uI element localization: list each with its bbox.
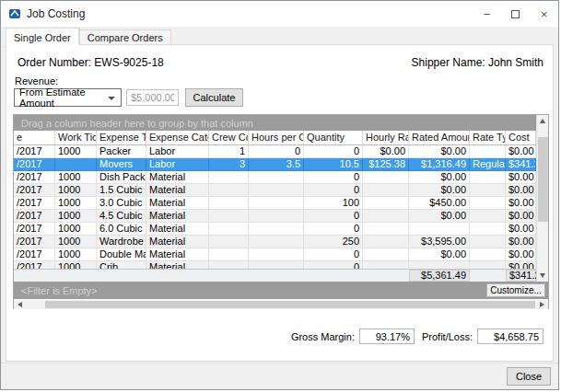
column-header-cost[interactable]: Cost bbox=[506, 131, 536, 144]
cell-quantity: 250 bbox=[304, 236, 363, 248]
cell-hours-per-crew: 0 bbox=[249, 145, 304, 158]
cell-expense-type: Dish Pack bbox=[97, 171, 146, 184]
cell-hourly-rate bbox=[363, 261, 409, 269]
cell-quantity: 10.5 bbox=[304, 158, 363, 171]
cell-rate-type bbox=[470, 261, 506, 269]
cell-hourly-rate bbox=[363, 236, 409, 248]
column-header-work-ticket[interactable]: Work Ticket bbox=[55, 131, 97, 144]
table-row[interactable]: /201710004.5 Cubic FeetMaterial0$0.00$0.… bbox=[14, 210, 536, 223]
table-row[interactable]: /201710006.0 Cubic FeetMaterial0$0.00 bbox=[14, 223, 536, 236]
maximize-button[interactable] bbox=[501, 1, 530, 27]
cell-cost: $0.00 bbox=[506, 184, 536, 197]
scroll-right-icon[interactable] bbox=[540, 302, 544, 307]
close-button[interactable]: × bbox=[530, 1, 558, 27]
revenue-amount-field[interactable] bbox=[126, 89, 179, 106]
scroll-left-icon[interactable] bbox=[18, 302, 22, 307]
summary-empty-cell bbox=[55, 270, 97, 282]
cell-cost: $0.00 bbox=[506, 210, 536, 223]
gross-margin-field[interactable] bbox=[359, 329, 415, 344]
table-row[interactable]: /20171000WardrobeMaterial250$3,595.00$0.… bbox=[14, 236, 536, 248]
cell-cost: $0.00 bbox=[506, 145, 536, 158]
cell-rate-type bbox=[470, 248, 506, 261]
cell-rated-amount: $450.00 bbox=[409, 197, 470, 210]
cell-quantity: 0 bbox=[304, 210, 363, 223]
grid-summary-row: $5,361.49$341.25 bbox=[14, 269, 536, 282]
table-row[interactable]: /20171000PackerLabor100$0.00$0.00$0.00 bbox=[14, 145, 536, 158]
shipper-name-text: Shipper Name: John Smith bbox=[412, 56, 543, 69]
cell-cost: $0.00 bbox=[506, 223, 536, 236]
scroll-up-icon[interactable] bbox=[540, 119, 545, 123]
cell-date: /2017 bbox=[14, 248, 55, 261]
tab-single-order[interactable]: Single Order bbox=[6, 28, 79, 45]
customize-button[interactable]: Customize... bbox=[486, 283, 545, 297]
summary-empty-cell bbox=[209, 270, 249, 282]
group-by-panel[interactable]: Drag a column header here to group by th… bbox=[14, 115, 536, 131]
vertical-scroll-thumb[interactable] bbox=[538, 137, 548, 222]
table-row[interactable]: /20171000CribMaterial0$0.00 bbox=[14, 261, 536, 269]
cell-expense-category: Material bbox=[146, 261, 209, 269]
scroll-down-icon[interactable] bbox=[540, 273, 545, 278]
cell-crew-count bbox=[209, 261, 249, 269]
cell-expense-type: Wardrobe bbox=[97, 236, 146, 248]
tab-compare-orders[interactable]: Compare Orders bbox=[79, 29, 171, 45]
close-dialog-button[interactable]: Close bbox=[507, 367, 551, 386]
cell-rated-amount bbox=[409, 261, 470, 269]
revenue-source-dropdown[interactable]: From Estimate Amount bbox=[14, 88, 122, 107]
cell-crew-count bbox=[209, 210, 249, 223]
table-row[interactable]: /20171000Dish PackMaterial0$0.00$0.00 bbox=[14, 171, 536, 184]
table-row[interactable]: /20171000Double Matt.Material0$0.00$0.00 bbox=[14, 248, 536, 261]
cell-quantity: 0 bbox=[304, 248, 363, 261]
table-row[interactable]: /2017MoversLabor33.510.5$125.38$1,316.49… bbox=[14, 158, 536, 171]
cell-crew-count bbox=[209, 197, 249, 210]
expenses-grid: Drag a column header here to group by th… bbox=[13, 114, 549, 309]
column-header-hours-per-crew[interactable]: Hours per Crew bbox=[249, 131, 304, 144]
cell-quantity: 0 bbox=[304, 223, 363, 236]
summary-empty-cell bbox=[146, 270, 209, 282]
cell-crew-count bbox=[209, 236, 249, 248]
cell-rate-type bbox=[470, 171, 506, 184]
group-by-panel-text: Drag a column header here to group by th… bbox=[21, 118, 253, 129]
column-header-expense-type[interactable]: Expense Type bbox=[97, 131, 146, 144]
cell-rated-amount: $0.00 bbox=[409, 184, 470, 197]
cell-hours-per-crew bbox=[249, 248, 304, 261]
summary-empty-cell bbox=[363, 270, 409, 282]
summary-empty-cell bbox=[14, 270, 55, 282]
cell-crew-count bbox=[209, 248, 249, 261]
column-header-rated-amount[interactable]: Rated Amount bbox=[409, 131, 470, 144]
horizontal-scroll-thumb[interactable] bbox=[45, 301, 535, 308]
table-row[interactable]: /201710003.0 Cubic FeetMaterial100$450.0… bbox=[14, 197, 536, 210]
window-controls: − × bbox=[473, 1, 558, 27]
cell-work-ticket: 1000 bbox=[55, 210, 97, 223]
cell-work-ticket: 1000 bbox=[55, 236, 97, 248]
summary-empty-cell bbox=[470, 270, 506, 282]
minimize-button[interactable]: − bbox=[473, 1, 501, 27]
table-row[interactable]: /201710001.5 Cubic FeetMaterial0$0.00$0.… bbox=[14, 184, 536, 197]
cell-crew-count bbox=[209, 171, 249, 184]
cell-hourly-rate bbox=[363, 184, 409, 197]
column-header-crew-count[interactable]: Crew Count bbox=[209, 131, 249, 144]
calculate-button[interactable]: Calculate bbox=[185, 88, 243, 107]
column-header-rate-type[interactable]: Rate Type bbox=[470, 131, 506, 144]
column-header-date[interactable]: e bbox=[14, 131, 55, 144]
gross-margin-label: Gross Margin: bbox=[291, 331, 355, 342]
cell-expense-category: Material bbox=[146, 197, 209, 210]
cell-crew-count: 3 bbox=[209, 158, 249, 171]
column-header-hourly-rate[interactable]: Hourly Rate bbox=[363, 131, 409, 144]
cell-cost: $0.00 bbox=[506, 197, 536, 210]
cell-rate-type bbox=[470, 184, 506, 197]
column-header-quantity[interactable]: Quantity bbox=[304, 131, 363, 144]
cell-date: /2017 bbox=[14, 210, 55, 223]
summary-cost: $341.25 bbox=[506, 270, 536, 282]
cell-hourly-rate bbox=[363, 210, 409, 223]
cell-rate-type bbox=[470, 236, 506, 248]
column-header-expense-category[interactable]: Expense Category bbox=[146, 131, 209, 144]
profit-loss-field[interactable] bbox=[477, 329, 543, 344]
vertical-scrollbar[interactable] bbox=[536, 115, 548, 282]
horizontal-scrollbar[interactable] bbox=[14, 300, 548, 309]
cell-rate-type bbox=[470, 145, 506, 158]
cell-hours-per-crew bbox=[249, 236, 304, 248]
filter-panel: <Filter is Empty> Customize... bbox=[14, 282, 548, 299]
cell-expense-type: 6.0 Cubic Feet bbox=[97, 223, 146, 236]
cell-rated-amount: $3,595.00 bbox=[409, 236, 470, 248]
cell-expense-category: Material bbox=[146, 236, 209, 248]
